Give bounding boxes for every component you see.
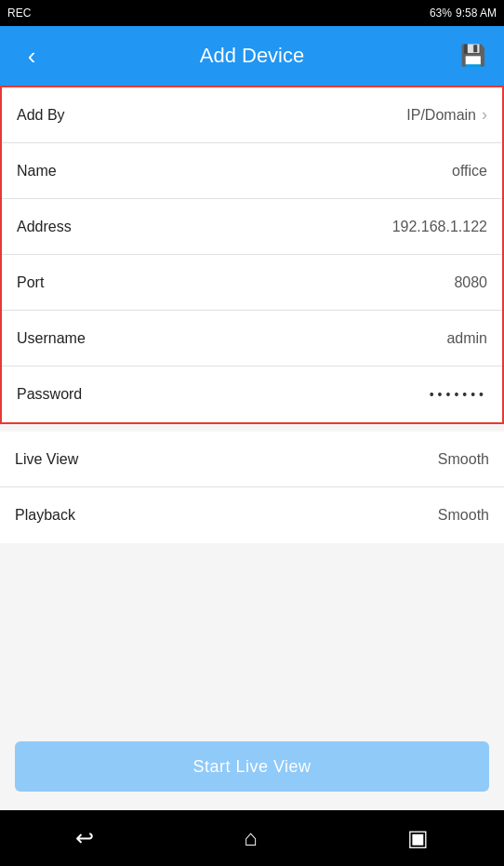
- port-row[interactable]: Port 8080: [2, 255, 502, 311]
- bottom-navigation: ↩ ⌂ ▣: [0, 810, 504, 866]
- playback-value: Smooth: [438, 507, 489, 524]
- rec-indicator: REC: [7, 7, 31, 20]
- address-value: 192.168.1.122: [392, 219, 487, 235]
- address-label: Address: [17, 219, 72, 235]
- nav-recents-button[interactable]: ▣: [389, 818, 447, 859]
- start-live-view-button[interactable]: Start Live View: [15, 741, 489, 792]
- live-view-value: Smooth: [438, 451, 489, 468]
- port-label: Port: [17, 274, 44, 291]
- nav-home-button[interactable]: ⌂: [225, 818, 276, 859]
- add-by-row[interactable]: Add By IP/Domain ›: [2, 87, 502, 143]
- chevron-left-icon: ‹: [28, 42, 36, 70]
- nav-back-button[interactable]: ↩: [57, 818, 113, 859]
- back-button[interactable]: ‹: [15, 42, 48, 71]
- username-value: admin: [446, 330, 487, 347]
- playback-label: Playback: [15, 507, 75, 524]
- live-view-row[interactable]: Live View Smooth: [0, 432, 504, 487]
- required-fields-section: Add By IP/Domain › Name office Address 1…: [0, 86, 504, 424]
- username-row[interactable]: Username admin: [2, 311, 502, 366]
- playback-row[interactable]: Playback Smooth: [0, 487, 504, 543]
- add-by-value: IP/Domain: [406, 107, 476, 124]
- name-value: office: [452, 163, 487, 180]
- password-value: •••••••: [430, 387, 487, 402]
- status-bar-left: REC: [7, 7, 31, 20]
- name-label: Name: [17, 163, 57, 180]
- time-display: 9:58 AM: [456, 7, 497, 20]
- save-button[interactable]: 💾: [456, 44, 489, 68]
- password-row[interactable]: Password •••••••: [2, 366, 502, 422]
- password-label: Password: [17, 386, 82, 403]
- live-view-label: Live View: [15, 451, 78, 468]
- chevron-right-icon: ›: [482, 105, 487, 125]
- battery-level: 63%: [430, 7, 452, 20]
- status-bar-right: 63% 9:58 AM: [430, 7, 497, 20]
- add-by-label: Add By: [17, 107, 65, 124]
- status-bar: REC 63% 9:58 AM: [0, 0, 504, 26]
- username-label: Username: [17, 330, 86, 347]
- floppy-disk-icon: 💾: [460, 44, 485, 67]
- add-by-value-group: IP/Domain ›: [406, 105, 487, 125]
- optional-fields-section: Live View Smooth Playback Smooth: [0, 432, 504, 543]
- content-area: Add By IP/Domain › Name office Address 1…: [0, 86, 504, 810]
- address-row[interactable]: Address 192.168.1.122: [2, 199, 502, 255]
- name-row[interactable]: Name office: [2, 143, 502, 199]
- port-value: 8080: [454, 274, 487, 291]
- spacer: [0, 543, 504, 726]
- page-title: Add Device: [48, 44, 456, 68]
- header: ‹ Add Device 💾: [0, 26, 504, 86]
